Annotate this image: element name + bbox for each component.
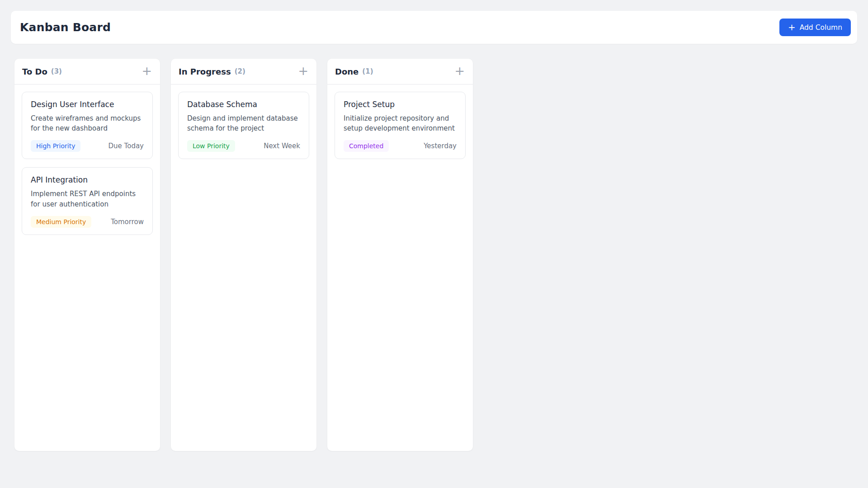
column-count-badge: (2) (235, 67, 245, 75)
column-header-done: Done (1) + (327, 59, 473, 84)
due-date: Yesterday (424, 142, 457, 150)
status-badge: Completed (344, 140, 389, 152)
due-date: Next Week (264, 142, 300, 150)
add-card-icon[interactable]: + (142, 65, 152, 77)
card-list-todo: Design User Interface Create wireframes … (14, 84, 160, 242)
card-list-in-progress: Database Schema Design and implement dat… (171, 84, 316, 166)
priority-badge: Medium Priority (31, 216, 91, 228)
card-title: Design User Interface (31, 100, 144, 109)
card-footer: Medium Priority Tomorrow (31, 216, 144, 228)
column-title: To Do (22, 67, 47, 76)
card-title: Database Schema (187, 100, 300, 109)
column-in-progress: In Progress (2) + Database Schema Design… (171, 59, 316, 451)
card-list-done: Project Setup Initialize project reposit… (327, 84, 473, 166)
priority-badge: High Priority (31, 140, 80, 152)
card-footer: Completed Yesterday (344, 140, 457, 152)
column-title: Done (335, 67, 359, 76)
task-card[interactable]: Project Setup Initialize project reposit… (335, 92, 466, 159)
add-column-label: Add Column (800, 23, 842, 32)
column-header-in-progress: In Progress (2) + (171, 59, 316, 84)
card-footer: Low Priority Next Week (187, 140, 300, 152)
column-title: In Progress (179, 67, 231, 76)
card-description: Design and implement database schema for… (187, 113, 300, 133)
page-title: Kanban Board (20, 21, 111, 34)
card-title: API Integration (31, 175, 144, 184)
add-card-icon[interactable]: + (454, 65, 465, 77)
task-card[interactable]: API Integration Implement REST API endpo… (22, 167, 153, 235)
column-count-badge: (3) (51, 67, 62, 75)
task-card[interactable]: Database Schema Design and implement dat… (178, 92, 309, 159)
card-title: Project Setup (344, 100, 457, 109)
plus-icon: + (788, 23, 796, 32)
due-date: Due Today (108, 142, 144, 150)
priority-badge: Low Priority (187, 140, 235, 152)
card-description: Implement REST API endpoints for user au… (31, 189, 144, 209)
column-count-badge: (1) (362, 67, 373, 75)
kanban-board: To Do (3) + Design User Interface Create… (14, 59, 868, 451)
add-column-button[interactable]: + Add Column (779, 19, 851, 36)
due-date: Tomorrow (111, 218, 144, 226)
column-todo: To Do (3) + Design User Interface Create… (14, 59, 160, 451)
column-header-todo: To Do (3) + (14, 59, 160, 84)
card-description: Initialize project repository and setup … (344, 113, 457, 133)
card-footer: High Priority Due Today (31, 140, 144, 152)
add-card-icon[interactable]: + (298, 65, 308, 77)
app-header: Kanban Board + Add Column (11, 11, 857, 44)
card-description: Create wireframes and mockups for the ne… (31, 113, 144, 133)
column-done: Done (1) + Project Setup Initialize proj… (327, 59, 473, 451)
task-card[interactable]: Design User Interface Create wireframes … (22, 92, 153, 159)
